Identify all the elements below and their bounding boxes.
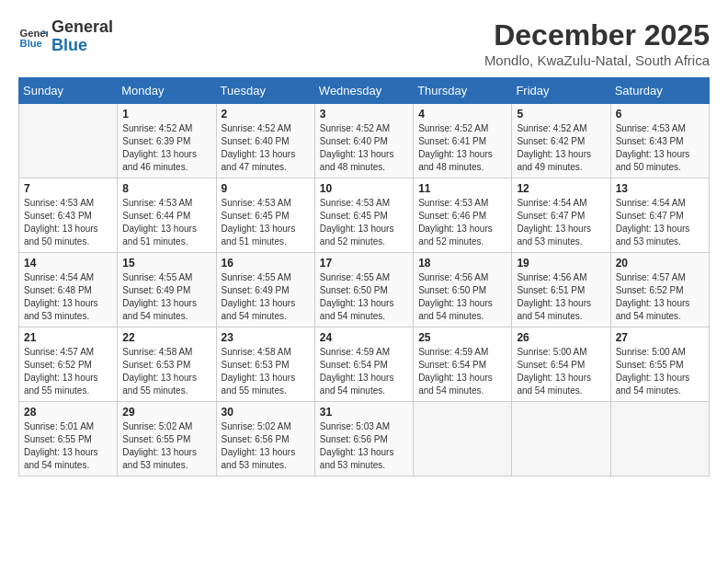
- day-info: Sunrise: 4:53 AM Sunset: 6:44 PM Dayligh…: [122, 197, 210, 248]
- day-number: 25: [418, 331, 506, 344]
- calendar-cell: [414, 402, 512, 477]
- calendar-cell: 9Sunrise: 4:53 AM Sunset: 6:45 PM Daylig…: [216, 178, 314, 253]
- calendar-cell: 3Sunrise: 4:52 AM Sunset: 6:40 PM Daylig…: [314, 104, 413, 178]
- page-header: General Blue General Blue December 2025 …: [18, 18, 710, 68]
- day-number: 29: [122, 406, 210, 419]
- calendar-cell: 29Sunrise: 5:02 AM Sunset: 6:55 PM Dayli…: [118, 402, 216, 477]
- calendar-cell: [19, 104, 118, 178]
- day-number: 30: [222, 406, 310, 419]
- day-number: 15: [122, 257, 210, 270]
- calendar-cell: 19Sunrise: 4:56 AM Sunset: 6:51 PM Dayli…: [512, 253, 610, 327]
- day-info: Sunrise: 4:56 AM Sunset: 6:51 PM Dayligh…: [517, 271, 605, 323]
- calendar-header: SundayMondayTuesdayWednesdayThursdayFrid…: [19, 78, 710, 104]
- calendar-cell: 15Sunrise: 4:55 AM Sunset: 6:49 PM Dayli…: [118, 253, 216, 327]
- weekday-header-friday: Friday: [512, 78, 610, 104]
- day-info: Sunrise: 4:57 AM Sunset: 6:52 PM Dayligh…: [616, 271, 704, 323]
- day-info: Sunrise: 4:52 AM Sunset: 6:40 PM Dayligh…: [320, 122, 408, 174]
- calendar-cell: 21Sunrise: 4:57 AM Sunset: 6:52 PM Dayli…: [19, 327, 118, 402]
- calendar-cell: 23Sunrise: 4:58 AM Sunset: 6:53 PM Dayli…: [216, 327, 314, 402]
- day-number: 1: [122, 108, 210, 121]
- day-number: 17: [320, 257, 408, 270]
- day-number: 13: [616, 182, 704, 195]
- day-number: 19: [517, 257, 605, 270]
- calendar-week-1: 1Sunrise: 4:52 AM Sunset: 6:39 PM Daylig…: [19, 104, 710, 178]
- calendar-cell: 13Sunrise: 4:54 AM Sunset: 6:47 PM Dayli…: [610, 178, 709, 253]
- day-number: 8: [122, 182, 210, 195]
- logo: General Blue General Blue: [18, 18, 113, 55]
- calendar-cell: 26Sunrise: 5:00 AM Sunset: 6:54 PM Dayli…: [512, 327, 610, 402]
- day-info: Sunrise: 4:58 AM Sunset: 6:53 PM Dayligh…: [222, 346, 310, 397]
- calendar-cell: 16Sunrise: 4:55 AM Sunset: 6:49 PM Dayli…: [216, 253, 314, 327]
- day-number: 21: [24, 331, 112, 344]
- day-info: Sunrise: 4:58 AM Sunset: 6:53 PM Dayligh…: [122, 346, 210, 397]
- day-number: 18: [418, 257, 506, 270]
- day-number: 2: [222, 108, 310, 121]
- calendar-week-5: 28Sunrise: 5:01 AM Sunset: 6:55 PM Dayli…: [19, 402, 710, 477]
- calendar-title: December 2025: [484, 18, 710, 52]
- calendar-cell: 18Sunrise: 4:56 AM Sunset: 6:50 PM Dayli…: [414, 253, 512, 327]
- day-info: Sunrise: 4:53 AM Sunset: 6:43 PM Dayligh…: [24, 197, 112, 248]
- weekday-header-tuesday: Tuesday: [216, 78, 314, 104]
- calendar-cell: [512, 402, 610, 477]
- calendar-cell: 11Sunrise: 4:53 AM Sunset: 6:46 PM Dayli…: [414, 178, 512, 253]
- day-number: 22: [122, 331, 210, 344]
- day-number: 14: [24, 257, 112, 270]
- day-number: 5: [517, 108, 605, 121]
- day-info: Sunrise: 4:52 AM Sunset: 6:40 PM Dayligh…: [222, 122, 310, 174]
- calendar-cell: 24Sunrise: 4:59 AM Sunset: 6:54 PM Dayli…: [314, 327, 413, 402]
- calendar-cell: 5Sunrise: 4:52 AM Sunset: 6:42 PM Daylig…: [512, 104, 610, 178]
- calendar-cell: 22Sunrise: 4:58 AM Sunset: 6:53 PM Dayli…: [118, 327, 216, 402]
- svg-text:General: General: [20, 28, 48, 39]
- day-info: Sunrise: 4:53 AM Sunset: 6:46 PM Dayligh…: [418, 197, 506, 248]
- day-number: 27: [616, 331, 704, 344]
- weekday-header-saturday: Saturday: [610, 78, 709, 104]
- day-info: Sunrise: 4:55 AM Sunset: 6:50 PM Dayligh…: [320, 271, 408, 323]
- calendar-cell: 2Sunrise: 4:52 AM Sunset: 6:40 PM Daylig…: [216, 104, 314, 178]
- day-info: Sunrise: 4:53 AM Sunset: 6:45 PM Dayligh…: [222, 197, 310, 248]
- calendar-cell: 27Sunrise: 5:00 AM Sunset: 6:55 PM Dayli…: [610, 327, 709, 402]
- day-number: 7: [24, 182, 112, 195]
- calendar-cell: 30Sunrise: 5:02 AM Sunset: 6:56 PM Dayli…: [216, 402, 314, 477]
- day-info: Sunrise: 5:00 AM Sunset: 6:54 PM Dayligh…: [517, 346, 605, 397]
- day-number: 10: [320, 182, 408, 195]
- calendar-cell: 12Sunrise: 4:54 AM Sunset: 6:47 PM Dayli…: [512, 178, 610, 253]
- calendar-cell: 17Sunrise: 4:55 AM Sunset: 6:50 PM Dayli…: [314, 253, 413, 327]
- day-info: Sunrise: 4:59 AM Sunset: 6:54 PM Dayligh…: [320, 346, 408, 397]
- weekday-header-monday: Monday: [118, 78, 216, 104]
- day-number: 11: [418, 182, 506, 195]
- day-number: 16: [222, 257, 310, 270]
- day-info: Sunrise: 4:54 AM Sunset: 6:47 PM Dayligh…: [616, 197, 704, 248]
- day-number: 4: [418, 108, 506, 121]
- day-info: Sunrise: 4:52 AM Sunset: 6:39 PM Dayligh…: [122, 122, 210, 174]
- day-number: 31: [320, 406, 408, 419]
- day-number: 28: [24, 406, 112, 419]
- day-number: 9: [222, 182, 310, 195]
- day-number: 26: [517, 331, 605, 344]
- day-number: 3: [320, 108, 408, 121]
- day-info: Sunrise: 4:54 AM Sunset: 6:48 PM Dayligh…: [24, 271, 112, 323]
- calendar-week-2: 7Sunrise: 4:53 AM Sunset: 6:43 PM Daylig…: [19, 178, 710, 253]
- calendar-cell: 25Sunrise: 4:59 AM Sunset: 6:54 PM Dayli…: [414, 327, 512, 402]
- calendar-table: SundayMondayTuesdayWednesdayThursdayFrid…: [18, 77, 710, 477]
- day-info: Sunrise: 5:00 AM Sunset: 6:55 PM Dayligh…: [616, 346, 704, 397]
- day-info: Sunrise: 4:57 AM Sunset: 6:52 PM Dayligh…: [24, 346, 112, 397]
- calendar-cell: 31Sunrise: 5:03 AM Sunset: 6:56 PM Dayli…: [314, 402, 413, 477]
- day-info: Sunrise: 4:52 AM Sunset: 6:41 PM Dayligh…: [418, 122, 506, 174]
- calendar-cell: 28Sunrise: 5:01 AM Sunset: 6:55 PM Dayli…: [19, 402, 118, 477]
- day-info: Sunrise: 5:01 AM Sunset: 6:55 PM Dayligh…: [24, 420, 112, 472]
- day-info: Sunrise: 5:03 AM Sunset: 6:56 PM Dayligh…: [320, 420, 408, 472]
- calendar-week-4: 21Sunrise: 4:57 AM Sunset: 6:52 PM Dayli…: [19, 327, 710, 402]
- day-number: 6: [616, 108, 704, 121]
- weekday-header-wednesday: Wednesday: [314, 78, 413, 104]
- calendar-subtitle: Mondlo, KwaZulu-Natal, South Africa: [484, 52, 710, 68]
- day-info: Sunrise: 4:55 AM Sunset: 6:49 PM Dayligh…: [222, 271, 310, 323]
- calendar-body: 1Sunrise: 4:52 AM Sunset: 6:39 PM Daylig…: [19, 104, 710, 477]
- calendar-cell: 20Sunrise: 4:57 AM Sunset: 6:52 PM Dayli…: [610, 253, 709, 327]
- day-info: Sunrise: 4:52 AM Sunset: 6:42 PM Dayligh…: [517, 122, 605, 174]
- calendar-week-3: 14Sunrise: 4:54 AM Sunset: 6:48 PM Dayli…: [19, 253, 710, 327]
- day-number: 23: [222, 331, 310, 344]
- weekday-row: SundayMondayTuesdayWednesdayThursdayFrid…: [19, 78, 710, 104]
- weekday-header-sunday: Sunday: [19, 78, 118, 104]
- logo-icon: General Blue: [18, 22, 48, 52]
- day-info: Sunrise: 5:02 AM Sunset: 6:56 PM Dayligh…: [222, 420, 310, 472]
